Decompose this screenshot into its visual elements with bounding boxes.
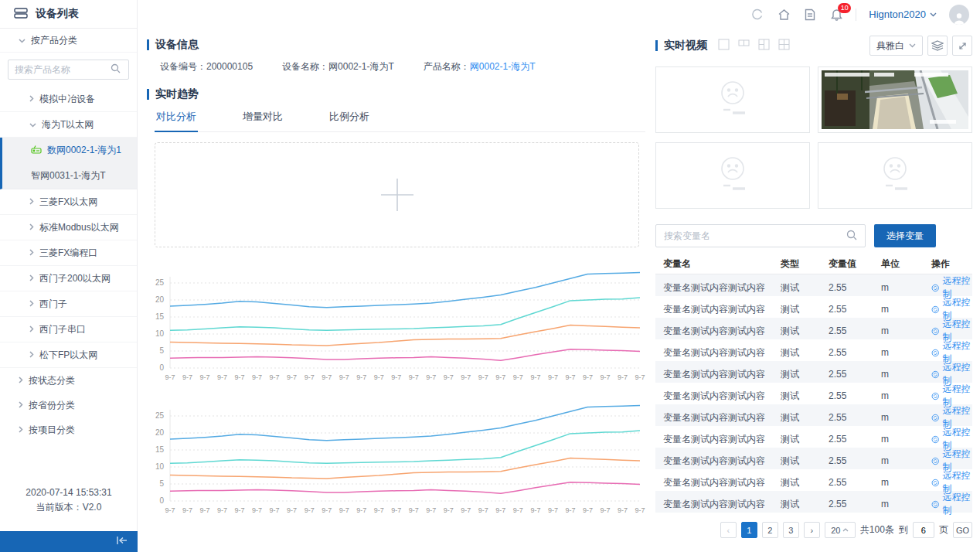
tab-increment-compare[interactable]: 增量对比 <box>241 105 284 131</box>
selected-device-group: 数网0002-1-海为1智网0031-1-海为T <box>0 138 137 189</box>
tree-item[interactable]: 西门子 <box>0 291 137 317</box>
user-menu[interactable]: Hignton2020 <box>869 9 937 20</box>
tree-item-label: 西门子200以太网 <box>39 272 111 285</box>
tree-item[interactable]: 数网0002-1-海为1 <box>2 138 137 163</box>
tree-item-label: 按省份分类 <box>29 399 75 412</box>
page-2-button[interactable]: 2 <box>762 522 778 538</box>
cell-type: 测试 <box>781 433 829 446</box>
tree-item[interactable]: 模拟中冶设备 <box>0 87 137 112</box>
tree-item[interactable]: 海为T以太网 <box>0 112 137 138</box>
goto-page-input[interactable] <box>913 522 934 538</box>
variable-search-input[interactable] <box>664 230 834 241</box>
cell-value: 2.55 <box>829 434 881 445</box>
layout-three-icon[interactable] <box>758 39 770 53</box>
tree-item[interactable]: 按省份分类 <box>0 393 137 417</box>
video-cell-empty-2[interactable] <box>655 142 810 209</box>
tree-item[interactable]: 按项目分类 <box>0 417 137 442</box>
video-cell-empty-3[interactable] <box>818 142 972 209</box>
device-info-row: 设备编号：200000105 设备名称：网0002-1-海为T 产品名称：网00… <box>160 60 535 73</box>
svg-text:9-7: 9-7 <box>618 506 628 514</box>
variable-search-row: 选择变量 <box>655 224 972 247</box>
tree-item-label: 西门子 <box>39 298 67 311</box>
expand-icon <box>958 41 968 51</box>
remote-control-icon <box>931 305 939 315</box>
svg-text:20: 20 <box>155 295 165 304</box>
trend-chart-2: 05101520259-79-79-79-79-79-79-79-79-79-7… <box>147 400 648 518</box>
search-icon[interactable] <box>846 230 857 243</box>
product-search-box[interactable] <box>8 60 129 80</box>
variable-search-box[interactable] <box>655 224 866 247</box>
tree-item[interactable]: 西门子200以太网 <box>0 266 137 291</box>
table-row: 变量名测试内容测试内容测试2.55m远程控制 <box>655 296 972 318</box>
tree-item[interactable]: 松下FP以太网 <box>0 342 137 368</box>
chevron-right-icon <box>29 298 34 309</box>
svg-text:9-7: 9-7 <box>217 373 227 381</box>
total-count-label: 共100条 <box>860 523 894 537</box>
layout-two-icon[interactable] <box>738 39 750 53</box>
tab-compare-analysis[interactable]: 对比分析 <box>155 105 198 132</box>
page-size-select[interactable]: 20 <box>825 522 856 538</box>
chevron-right-icon <box>29 222 34 233</box>
home-icon[interactable] <box>777 8 791 22</box>
page-next-button[interactable]: › <box>804 522 820 538</box>
search-icon[interactable] <box>111 63 121 76</box>
cell-type: 测试 <box>781 281 829 295</box>
cell-value: 2.55 <box>829 325 881 336</box>
tree-item[interactable]: 标准Modbus以太网 <box>0 215 137 240</box>
layout-single-icon[interactable] <box>718 39 730 53</box>
table-row: 变量名测试内容测试内容测试2.55m远程控制 <box>655 339 972 361</box>
fullscreen-button[interactable] <box>952 36 972 56</box>
select-variable-button[interactable]: 选择变量 <box>874 224 936 247</box>
notifications-bell-icon[interactable]: 10 <box>829 8 843 22</box>
theme-select[interactable]: 典雅白 <box>869 36 923 56</box>
tree-item[interactable]: 智网0031-1-海为T <box>2 163 137 189</box>
device-tree: 模拟中冶设备海为T以太网数网0002-1-海为1智网0031-1-海为T三菱FX… <box>0 87 137 442</box>
video-section-header: 实时视频 典雅白 <box>655 36 972 56</box>
tree-item[interactable]: 按状态分类 <box>0 368 137 393</box>
video-cell-empty-1[interactable] <box>655 66 810 133</box>
tab-ratio-analysis[interactable]: 比例分析 <box>328 105 371 131</box>
cell-name: 变量名测试内容测试内容 <box>663 281 781 295</box>
tree-item-label: 海为T以太网 <box>42 118 94 131</box>
svg-text:9-7: 9-7 <box>426 373 436 381</box>
tree-item[interactable]: 三菱FX编程口 <box>0 240 137 266</box>
table-row: 变量名测试内容测试内容测试2.55m远程控制 <box>655 318 972 339</box>
collapse-sidebar-icon[interactable] <box>116 536 128 547</box>
go-button[interactable]: GO <box>953 522 972 538</box>
video-header-controls: 典雅白 <box>869 36 972 56</box>
tree-item-label: 松下FP以太网 <box>39 349 97 362</box>
cell-unit: m <box>881 455 931 466</box>
layers-button[interactable] <box>927 36 948 56</box>
sidebar-group-product[interactable]: 按产品分类 <box>0 29 137 53</box>
svg-text:0: 0 <box>159 496 164 505</box>
video-layout-switcher <box>718 39 790 53</box>
page-prev-button[interactable]: ‹ <box>720 522 737 538</box>
version-label: 当前版本：V2.0 <box>0 500 138 515</box>
add-chart-box[interactable] <box>155 142 639 247</box>
cell-name: 变量名测试内容测试内容 <box>663 433 781 446</box>
svg-text:20: 20 <box>155 428 165 437</box>
layout-four-icon[interactable] <box>778 39 790 53</box>
chevron-down-icon <box>29 119 36 130</box>
avatar[interactable] <box>949 5 969 25</box>
chevron-right-icon <box>19 424 23 435</box>
svg-text:9-7: 9-7 <box>270 373 280 381</box>
remote-control-link[interactable]: 远程控制 <box>931 491 972 517</box>
tree-item-label: 西门子串口 <box>39 323 86 336</box>
product-search-input[interactable] <box>15 64 106 75</box>
page-3-button[interactable]: 3 <box>783 522 799 538</box>
page-1-button[interactable]: 1 <box>741 522 757 538</box>
tree-item[interactable]: 三菱FX以太网 <box>0 189 137 215</box>
video-cell-live[interactable] <box>818 66 972 133</box>
svg-text:9-7: 9-7 <box>461 506 471 514</box>
table-row: 变量名测试内容测试内容测试2.55m远程控制 <box>655 383 972 404</box>
cell-name: 变量名测试内容测试内容 <box>663 455 781 468</box>
sidebar-collapse-bar[interactable] <box>0 531 138 552</box>
tree-item[interactable]: 西门子串口 <box>0 317 137 342</box>
product-name-link[interactable]: 网0002-1-海为T <box>470 61 536 72</box>
document-icon[interactable] <box>803 8 817 22</box>
svg-text:9-7: 9-7 <box>270 506 280 514</box>
cell-unit: m <box>881 325 931 336</box>
cell-type: 测试 <box>781 390 829 403</box>
refresh-icon[interactable] <box>750 8 764 22</box>
